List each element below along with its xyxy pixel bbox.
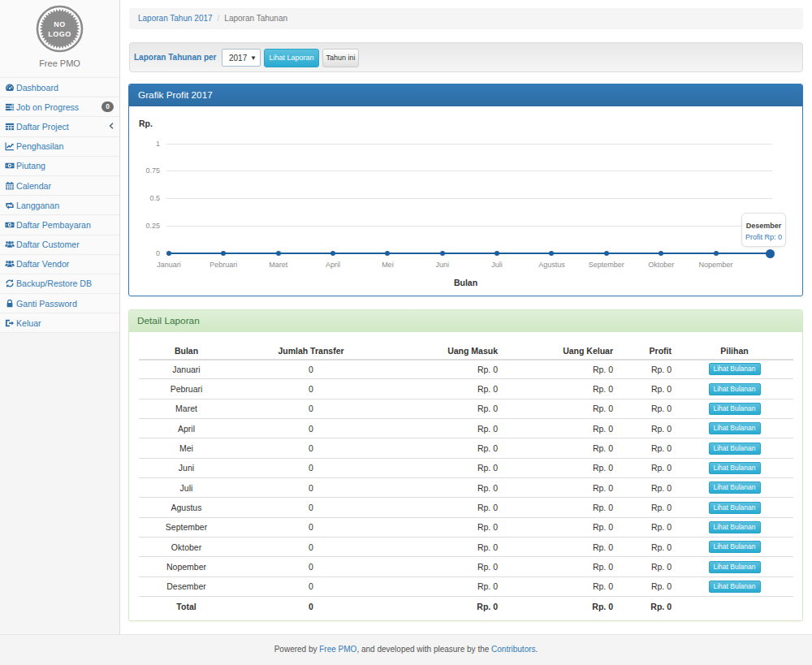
svg-text:NO: NO (54, 20, 66, 28)
svg-text:LOGO: LOGO (48, 30, 71, 38)
